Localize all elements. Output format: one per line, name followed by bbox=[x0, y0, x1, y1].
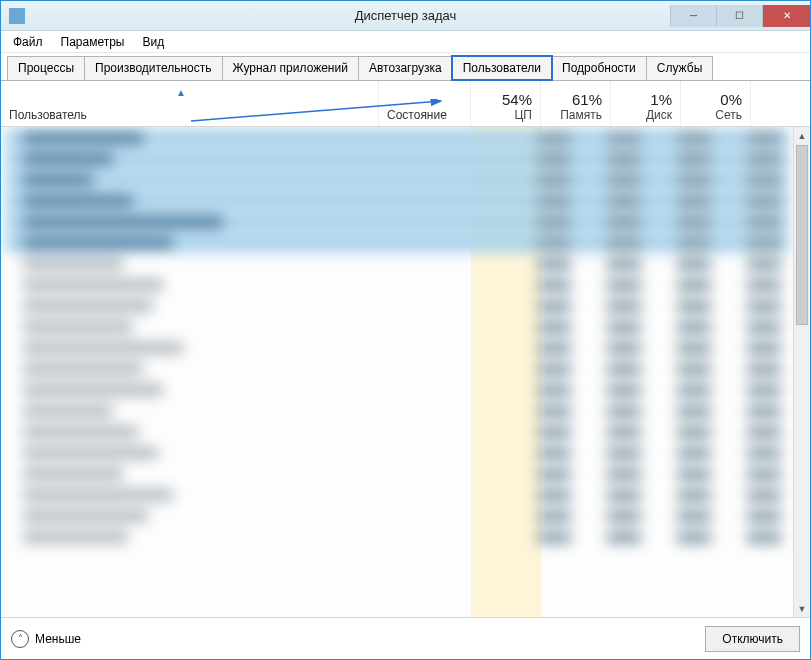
column-headers: ▲ Пользователь Состояние 54% ЦП 61% Памя… bbox=[1, 81, 810, 127]
tab-performance[interactable]: Производительность bbox=[84, 56, 222, 80]
scroll-up-icon[interactable]: ▲ bbox=[794, 127, 810, 144]
sort-indicator-icon: ▲ bbox=[176, 87, 186, 98]
tab-users[interactable]: Пользователи bbox=[452, 56, 552, 80]
disconnect-button[interactable]: Отключить bbox=[705, 626, 800, 652]
tab-apphistory[interactable]: Журнал приложений bbox=[222, 56, 359, 80]
cpu-label: ЦП bbox=[514, 108, 532, 122]
column-user-label: Пользователь bbox=[9, 108, 370, 122]
cpu-percent: 54% bbox=[502, 91, 532, 108]
footer: ˄ Меньше Отключить bbox=[1, 617, 810, 659]
task-manager-window: Диспетчер задач ─ ☐ ✕ Файл Параметры Вид… bbox=[0, 0, 811, 660]
scroll-thumb[interactable] bbox=[796, 145, 808, 325]
column-disk[interactable]: 1% Диск bbox=[611, 81, 681, 126]
users-list-area: ▲ ▼ bbox=[1, 127, 810, 617]
chevron-up-icon: ˄ bbox=[11, 630, 29, 648]
tab-details[interactable]: Подробности bbox=[551, 56, 647, 80]
column-user[interactable]: Пользователь bbox=[1, 81, 379, 126]
menu-view[interactable]: Вид bbox=[134, 33, 172, 51]
menu-options[interactable]: Параметры bbox=[53, 33, 133, 51]
column-memory[interactable]: 61% Память bbox=[541, 81, 611, 126]
menubar: Файл Параметры Вид bbox=[1, 31, 810, 53]
tab-startup[interactable]: Автозагрузка bbox=[358, 56, 453, 80]
network-label: Сеть bbox=[715, 108, 742, 122]
vertical-scrollbar[interactable]: ▲ ▼ bbox=[793, 127, 810, 617]
tab-processes[interactable]: Процессы bbox=[7, 56, 85, 80]
column-network[interactable]: 0% Сеть bbox=[681, 81, 751, 126]
network-percent: 0% bbox=[720, 91, 742, 108]
memory-label: Память bbox=[560, 108, 602, 122]
column-state-label: Состояние bbox=[387, 108, 462, 122]
blurred-content bbox=[1, 127, 793, 617]
disk-percent: 1% bbox=[650, 91, 672, 108]
window-controls: ─ ☐ ✕ bbox=[670, 5, 810, 27]
memory-percent: 61% bbox=[572, 91, 602, 108]
titlebar[interactable]: Диспетчер задач ─ ☐ ✕ bbox=[1, 1, 810, 31]
maximize-button[interactable]: ☐ bbox=[716, 5, 762, 27]
app-icon bbox=[9, 8, 25, 24]
minimize-button[interactable]: ─ bbox=[670, 5, 716, 27]
menu-file[interactable]: Файл bbox=[5, 33, 51, 51]
tab-services[interactable]: Службы bbox=[646, 56, 713, 80]
fewer-details-button[interactable]: ˄ Меньше bbox=[11, 630, 81, 648]
scroll-down-icon[interactable]: ▼ bbox=[794, 600, 810, 617]
disk-label: Диск bbox=[646, 108, 672, 122]
column-state[interactable]: Состояние bbox=[379, 81, 471, 126]
tabbar: Процессы Производительность Журнал прило… bbox=[1, 53, 810, 81]
close-button[interactable]: ✕ bbox=[762, 5, 810, 27]
column-cpu[interactable]: 54% ЦП bbox=[471, 81, 541, 126]
fewer-label: Меньше bbox=[35, 632, 81, 646]
